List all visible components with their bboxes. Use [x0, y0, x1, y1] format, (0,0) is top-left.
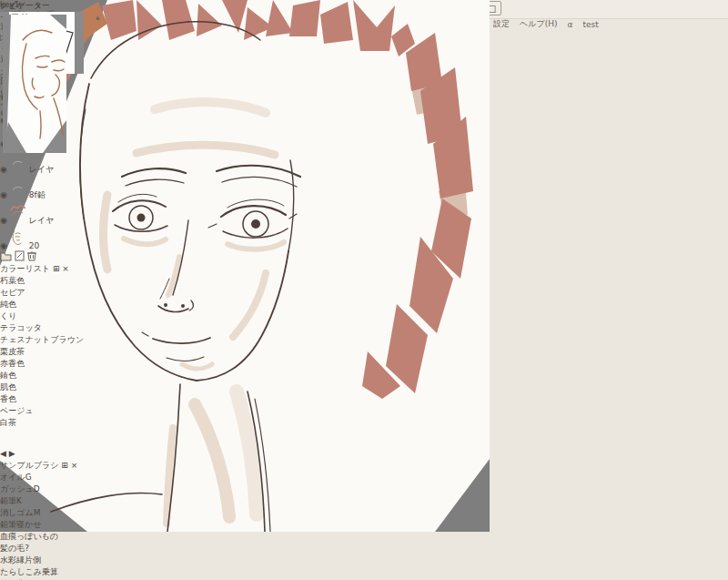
layer-row[interactable]: ◉20: [0, 227, 102, 250]
layer-window-title: レイヤー: [0, 1, 34, 10]
color-list-item[interactable]: 栗皮茶: [0, 346, 102, 358]
scroll-left-icon[interactable]: ◀: [0, 449, 6, 458]
layer-thumbnail[interactable]: [7, 165, 29, 174]
layer-view-thumbnail[interactable]: [3, 15, 66, 155]
color-name: 錆色: [0, 371, 16, 380]
color-list-item[interactable]: 肌色: [0, 382, 102, 393]
color-list-item[interactable]: くり: [0, 310, 102, 322]
menu-item[interactable]: α: [568, 20, 573, 29]
color-list-item[interactable]: 赤香色: [0, 358, 102, 370]
color-name: くり: [0, 311, 16, 321]
layer-thumbnail[interactable]: [7, 216, 29, 225]
menu-item[interactable]: 設定: [493, 18, 510, 30]
close-icon[interactable]: ×: [62, 264, 69, 273]
color-list-item[interactable]: チェスナットブラウン: [0, 334, 102, 346]
color-name: ベージュ: [0, 406, 34, 415]
sample-brush-item[interactable]: ガッシュD: [0, 483, 102, 495]
sample-brush-item[interactable]: 鉛筆K: [0, 495, 102, 507]
application-window: np7_qt ↶↷↔▯ ✎◇✐∿✣↻⌕✑+ ▮⬒✂◌◉□ ファイル(F)編集(E…: [0, 0, 728, 580]
color-name: チェスナットブラウン: [0, 335, 84, 344]
layer-row[interactable]: ◉8f鉛: [0, 176, 102, 201]
color-name: 純色: [0, 300, 16, 309]
sample-brush-item[interactable]: たらしこみ乗算: [0, 566, 102, 578]
color-name: 肌色: [0, 382, 16, 392]
sample-brush-panel: サンプルブラシ ⊞ × オイルGガッシュD鉛筆K消しゴムM鉛筆寝かせ血痕っぽいも…: [0, 460, 102, 580]
scroll-up-icon[interactable]: ▲: [96, 14, 100, 20]
color-list-item[interactable]: 錆色: [0, 370, 102, 382]
sample-brush-item[interactable]: 消しゴムM: [0, 507, 102, 519]
sample-brush-item[interactable]: 水彩縁片側: [0, 555, 102, 566]
color-name: 赤香色: [0, 359, 25, 368]
sample-brush-item[interactable]: 髪の毛?: [0, 543, 102, 555]
menu-item[interactable]: test: [582, 20, 598, 29]
layer-window-titlebar[interactable]: レイヤー x: [0, 0, 102, 12]
color-name: テラコッタ: [0, 323, 42, 332]
close-icon[interactable]: ×: [71, 461, 78, 470]
layer-buttons: [0, 250, 102, 263]
color-name: 栗皮茶: [0, 347, 25, 356]
layer-row[interactable]: ◉レイヤ: [0, 201, 102, 227]
visibility-eye-icon[interactable]: ◉: [0, 216, 7, 225]
color-list-item[interactable]: 白茶: [0, 417, 102, 429]
layer-window: レイヤー x — □ ✕ 通常 ▾ ▷ 不透明度 20.3 透明保護 グループ化…: [0, 0, 102, 580]
layer-thumbnail[interactable]: [7, 190, 29, 199]
menu-item[interactable]: ヘルプ(H): [520, 18, 557, 30]
color-list-panel: カラーリスト ⊞ × 朽葉色セピア純色くりテラコッタチェスナットブラウン栗皮茶赤…: [0, 263, 102, 460]
layer-thumbnail[interactable]: [7, 241, 29, 250]
color-list-item[interactable]: セピア: [0, 287, 102, 299]
color-list-item[interactable]: 純色: [0, 299, 102, 310]
layer-name[interactable]: 20: [29, 241, 39, 250]
trash-icon[interactable]: [27, 254, 36, 263]
close-icon[interactable]: x: [36, 1, 41, 10]
layer-name[interactable]: レイヤ: [29, 165, 55, 174]
color-list-item[interactable]: テラコッタ: [0, 322, 102, 334]
visibility-eye-icon[interactable]: ◉: [0, 165, 7, 174]
color-list: 朽葉色セピア純色くりテラコッタチェスナットブラウン栗皮茶赤香色錆色肌色香色ベージ…: [0, 275, 102, 449]
color-list-hscroll[interactable]: ◀ ▶: [0, 449, 102, 458]
folder-icon[interactable]: [0, 254, 15, 263]
new-layer-icon[interactable]: [15, 254, 27, 263]
color-name: 白茶: [0, 418, 16, 427]
sample-brush-item[interactable]: 鉛筆寝かせ: [0, 519, 102, 531]
sample-brush-item[interactable]: オイルG: [0, 472, 102, 483]
color-name: 香色: [0, 394, 16, 403]
scroll-right-icon[interactable]: ▶: [9, 449, 15, 458]
visibility-eye-icon[interactable]: ◉: [0, 241, 7, 250]
color-list-item[interactable]: ベージュ: [0, 405, 102, 417]
layer-name[interactable]: レイヤ: [29, 216, 55, 225]
color-name: セピア: [0, 288, 25, 297]
sample-brush-item[interactable]: 血痕っぽいもの: [0, 531, 102, 543]
color-list-item[interactable]: 香色: [0, 393, 102, 405]
sample-brush-title: サンプルブラシ: [0, 461, 58, 470]
color-list-item[interactable]: 朽葉色: [0, 275, 102, 287]
layer-name[interactable]: 8f鉛: [29, 190, 46, 199]
sample-brush-list: オイルGガッシュD鉛筆K消しゴムM鉛筆寝かせ血痕っぽいもの髪の毛?水彩縁片側たら…: [0, 472, 102, 580]
dock-icon[interactable]: ⊞: [61, 461, 68, 470]
color-list-title: カラーリスト: [0, 264, 50, 273]
visibility-eye-icon[interactable]: ◉: [0, 190, 7, 199]
layer-view-preview: [3, 15, 66, 153]
color-name: 朽葉色: [0, 276, 25, 285]
dock-icon[interactable]: ⊞: [53, 264, 60, 273]
